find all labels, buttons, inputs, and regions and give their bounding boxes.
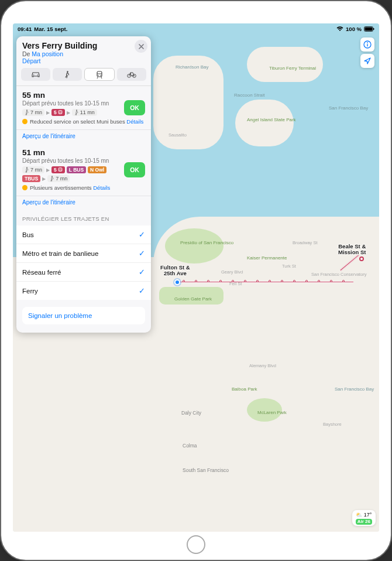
- svg-rect-2: [373, 28, 374, 30]
- warning-icon: [22, 119, 27, 124]
- pref-label: Ferry: [22, 288, 38, 295]
- pref-label: Réseau ferré: [22, 269, 61, 276]
- route-preview-link[interactable]: Aperçu de l'itinéraire: [16, 196, 151, 210]
- svg-point-18: [61, 112, 61, 113]
- park-label: Angel Island State Park: [247, 117, 296, 122]
- go-button[interactable]: OK: [124, 162, 145, 177]
- park-label: Presidio of San Francisco: [180, 240, 233, 245]
- route-segments: 7 mn▶5 L BUSN OwlTBUS▶7 mn: [22, 166, 110, 182]
- route-start-marker[interactable]: [174, 279, 180, 285]
- city-label: Colma: [183, 443, 197, 449]
- pref-row[interactable]: Métro et train de banlieue✓: [16, 244, 151, 263]
- svg-point-8: [67, 71, 68, 72]
- status-bar: 09:41 Mar. 15 sept. 100 %: [13, 23, 379, 34]
- mode-transit[interactable]: [84, 68, 115, 81]
- report-problem-button[interactable]: Signaler un problème: [22, 307, 145, 324]
- city-label: South San Francisco: [183, 467, 229, 473]
- street-label: Broadway St: [293, 240, 318, 245]
- weather-icon: ⛅: [356, 512, 362, 518]
- warning-icon: [22, 185, 27, 190]
- home-button[interactable]: [187, 535, 205, 554]
- svg-point-19: [76, 110, 77, 111]
- street-label: Bayshore: [323, 422, 342, 427]
- pref-label: Bus: [22, 231, 34, 238]
- route-stop-dot: [256, 280, 259, 282]
- wifi-icon: [336, 26, 343, 32]
- route-stop-dot: [244, 280, 246, 282]
- weather-temp: 17°: [364, 512, 372, 518]
- walk-segment: 7 mn: [47, 175, 70, 182]
- directions-card: Vers Ferry Building De Ma position Dépar…: [16, 36, 151, 333]
- route-stop-dot: [207, 280, 209, 282]
- arrow-icon: ▶: [67, 110, 70, 115]
- route-polyline: [178, 281, 353, 283]
- pref-row[interactable]: Bus✓: [16, 225, 151, 244]
- route-stop-dot: [195, 280, 197, 282]
- close-button[interactable]: [135, 40, 147, 53]
- route-segments: 7 mn▶5 ▶11 mn: [22, 109, 110, 116]
- mode-walking[interactable]: [53, 68, 82, 81]
- battery-icon: [364, 26, 374, 32]
- checkmark-icon: ✓: [139, 268, 145, 276]
- from-location-link[interactable]: Ma position: [32, 50, 63, 57]
- route-option[interactable]: 55 mnDépart prévu toutes les 10-15 mn7 m…: [16, 86, 151, 130]
- transit-line-badge: TBUS: [22, 175, 40, 182]
- mode-driving[interactable]: [21, 68, 50, 81]
- directions-title: Vers Ferry Building: [22, 41, 145, 50]
- status-date: Mar. 15 sept.: [34, 26, 67, 32]
- svg-point-12: [100, 75, 101, 76]
- walk-icon: [64, 71, 70, 78]
- weather-pill[interactable]: ⛅ 17° Air 26: [352, 510, 376, 526]
- street-label: Turk St: [282, 264, 296, 269]
- advisory-details-link[interactable]: Détails: [126, 118, 143, 125]
- svg-point-7: [37, 74, 39, 76]
- water-label: Richardson Bay: [176, 64, 208, 70]
- checkmark-icon: ✓: [139, 286, 145, 295]
- directions-from: De Ma position: [22, 50, 145, 57]
- weather-aqi: Air 26: [356, 519, 372, 525]
- city-label: Daly City: [181, 410, 201, 416]
- route-option[interactable]: 51 mnDépart prévu toutes les 10-15 mn7 m…: [16, 143, 151, 196]
- route-preview-link[interactable]: Aperçu de l'itinéraire: [16, 130, 151, 143]
- route-advisory: Plusieurs avertissements Détails: [22, 184, 145, 191]
- route-end-label: Beale St &Mission St: [338, 244, 366, 256]
- route-stop-dot: [232, 280, 234, 282]
- water-label: Raccoon Strait: [234, 93, 264, 98]
- route-start-label: Fulton St &25th Ave: [160, 265, 190, 277]
- street-label: Fell St: [229, 281, 242, 286]
- svg-point-23: [61, 170, 61, 170]
- route-stop-dot: [219, 280, 222, 282]
- svg-point-11: [98, 75, 99, 76]
- checkmark-icon: ✓: [139, 230, 145, 239]
- route-advisory: Reduced service on select Muni buses Dét…: [22, 118, 145, 125]
- advisory-details-link[interactable]: Détails: [93, 184, 110, 191]
- route-stop-dot: [293, 280, 295, 282]
- pref-row[interactable]: Réseau ferré✓: [16, 263, 151, 282]
- walk-segment: 7 mn: [22, 166, 44, 173]
- status-time: 09:41: [18, 26, 32, 32]
- arrow-icon: ▶: [46, 167, 50, 173]
- transit-icon: [96, 71, 103, 78]
- svg-point-15: [26, 110, 27, 111]
- walk-segment: 11 mn: [72, 109, 97, 116]
- mode-cycling[interactable]: [117, 68, 146, 81]
- route-stop-dot: [342, 280, 345, 282]
- prefer-modes-section: Privilégier les trajets en Bus✓Métro et …: [16, 210, 151, 301]
- prefer-modes-header: Privilégier les trajets en: [16, 213, 151, 225]
- go-button[interactable]: OK: [124, 100, 145, 115]
- depart-time-link[interactable]: Départ: [22, 57, 41, 64]
- route-stop-dot: [305, 280, 308, 282]
- svg-rect-21: [59, 168, 62, 172]
- map-info-button[interactable]: [360, 37, 374, 52]
- route-end-marker[interactable]: [359, 256, 364, 261]
- route-stop-dot: [330, 280, 332, 282]
- route-stop-dot: [281, 280, 283, 282]
- route-stop-dot: [183, 280, 185, 282]
- pref-row[interactable]: Ferry✓: [16, 282, 151, 300]
- transit-line-badge: L BUS: [67, 166, 86, 173]
- map-locate-button[interactable]: [360, 54, 374, 68]
- park-label: Golden Gate Park: [174, 296, 212, 302]
- close-icon: [139, 44, 144, 49]
- street-label: Alemany Blvd: [249, 363, 276, 368]
- ipad-frame: 09:41 Mar. 15 sept. 100 %: [0, 0, 392, 561]
